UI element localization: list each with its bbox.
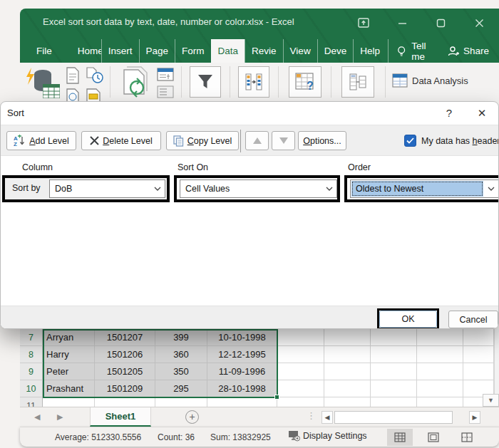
hscroll-left-arrow[interactable]: ◀ [321, 411, 333, 424]
data-analysis-button[interactable]: Data Analysis [392, 73, 468, 88]
cell[interactable] [324, 397, 371, 407]
dialog-help-button[interactable]: ? [440, 105, 458, 122]
cell[interactable] [277, 380, 324, 397]
close-button[interactable] [469, 14, 489, 31]
display-settings-button[interactable]: Display Settings [288, 430, 367, 442]
from-table-icon[interactable] [86, 88, 101, 101]
cell[interactable]: 1501205 [95, 363, 155, 380]
group-outline-button[interactable] [341, 66, 374, 98]
cell[interactable] [463, 363, 494, 380]
cell[interactable]: Peter [43, 363, 95, 380]
cell[interactable] [207, 397, 277, 407]
share-button[interactable]: Share [447, 39, 499, 63]
new-sheet-button[interactable]: + [185, 410, 199, 424]
cell[interactable] [417, 346, 463, 363]
cell[interactable] [155, 397, 207, 407]
scroll-down-arrow[interactable]: ▼ [483, 394, 499, 407]
tell-me[interactable]: Tell me [388, 39, 447, 63]
tabbar-resize-dots[interactable]: ⋮ [307, 410, 317, 421]
properties-icon[interactable] [157, 68, 174, 81]
tab-deve[interactable]: Deve [317, 39, 354, 63]
cell[interactable] [324, 380, 371, 397]
row-header-10[interactable]: 10 [20, 380, 43, 397]
cell[interactable]: Prashant [43, 380, 95, 397]
what-if-analysis-button[interactable]: ? [289, 66, 321, 98]
from-text-icon[interactable] [66, 67, 80, 84]
cell[interactable]: 1501209 [95, 380, 155, 397]
cell[interactable] [371, 380, 417, 397]
cell[interactable] [463, 346, 494, 363]
ribbon-display-options-icon[interactable] [354, 14, 374, 31]
sort-by-column-dropdown[interactable]: DoB [49, 179, 165, 198]
cell[interactable]: 295 [155, 380, 207, 397]
cell[interactable]: 1501207 [95, 329, 155, 346]
ok-button[interactable]: OK [379, 311, 437, 328]
cell[interactable]: 399 [155, 329, 207, 346]
maximize-button[interactable] [431, 14, 451, 31]
recent-sources-icon[interactable] [86, 67, 104, 84]
next-sheet-arrow[interactable]: ▶ [57, 412, 63, 422]
cell[interactable] [43, 397, 95, 407]
cell[interactable]: 12-12-1995 [207, 346, 277, 363]
prev-sheet-arrow[interactable]: ◀ [34, 412, 40, 422]
cell[interactable]: 360 [155, 346, 207, 363]
filter-button[interactable] [190, 66, 221, 98]
from-web-icon[interactable] [66, 88, 80, 101]
tab-insert[interactable]: Insert [101, 39, 139, 63]
cell[interactable] [324, 346, 371, 363]
row-header-9[interactable]: 9 [20, 363, 43, 380]
cell[interactable] [277, 363, 324, 380]
tab-home[interactable]: Home [71, 39, 101, 63]
edit-links-icon[interactable] [157, 85, 174, 98]
cell[interactable] [277, 329, 324, 346]
tab-data[interactable]: Data [211, 39, 245, 63]
cell[interactable] [371, 363, 417, 380]
move-up-button[interactable] [245, 131, 269, 150]
tab-page[interactable]: Page [139, 39, 175, 63]
sort-on-dropdown[interactable]: Cell Values [180, 179, 337, 198]
hscroll-thumb[interactable] [334, 411, 453, 424]
tab-help[interactable]: Help [353, 39, 386, 63]
get-data-button[interactable] [24, 66, 61, 100]
order-dropdown[interactable]: Oldest to Newest [350, 179, 499, 198]
tab-file[interactable]: File [30, 39, 58, 63]
row-header-7[interactable]: 7 [20, 329, 43, 346]
cell[interactable] [371, 346, 417, 363]
cell[interactable]: 350 [155, 363, 207, 380]
add-level-button[interactable]: AZ Add Level [6, 131, 76, 150]
cell[interactable] [95, 397, 155, 407]
tab-revie[interactable]: Revie [245, 39, 283, 63]
cell[interactable] [371, 329, 417, 346]
cell[interactable]: 11-09-1996 [207, 363, 277, 380]
cell[interactable] [417, 380, 463, 397]
cell[interactable] [277, 397, 324, 407]
text-to-columns-button[interactable] [238, 66, 269, 98]
cell[interactable] [324, 363, 371, 380]
sheet-tab-sheet1[interactable]: Sheet1 [90, 407, 151, 427]
cell[interactable]: 1501206 [95, 346, 155, 363]
dialog-close-button[interactable]: ✕ [471, 105, 493, 122]
cell[interactable] [417, 363, 463, 380]
delete-level-button[interactable]: Delete Level [81, 131, 161, 150]
refresh-all-icon[interactable] [121, 66, 153, 99]
my-data-has-headers-checkbox[interactable] [404, 135, 416, 147]
hscroll-right-arrow[interactable]: ▶ [469, 411, 480, 424]
move-down-button[interactable] [272, 131, 295, 150]
cell[interactable] [417, 329, 463, 346]
tab-form[interactable]: Form [175, 39, 211, 63]
row-header-8[interactable]: 8 [20, 346, 43, 363]
cell[interactable]: Arryan [43, 329, 95, 346]
tab-view[interactable]: View [283, 39, 317, 63]
cell[interactable] [463, 329, 494, 346]
cell[interactable]: Harry [43, 346, 95, 363]
page-break-view-button[interactable] [454, 429, 480, 446]
cell[interactable] [277, 346, 324, 363]
cell[interactable] [371, 397, 417, 407]
page-layout-view-button[interactable] [421, 429, 446, 446]
cancel-button[interactable]: Cancel [448, 311, 498, 328]
normal-view-button[interactable] [387, 429, 413, 446]
options-button[interactable]: Options... [298, 131, 346, 150]
row-header-11[interactable]: 11 [20, 397, 43, 407]
cell[interactable]: 28-10-1998 [207, 380, 277, 397]
cell[interactable]: 10-10-1998 [207, 329, 277, 346]
